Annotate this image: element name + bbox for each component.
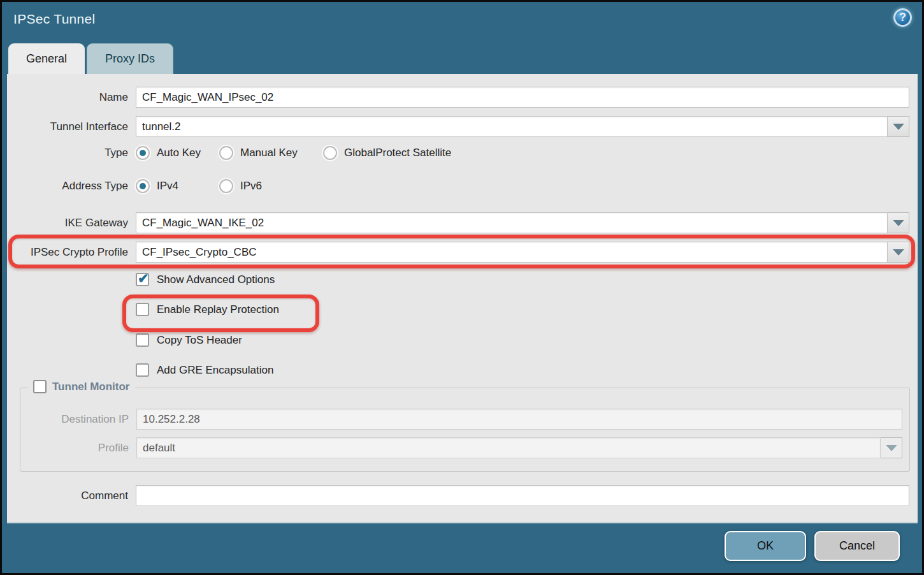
tab-bar: General Proxy IDs [8,43,173,74]
help-icon[interactable]: ? [893,8,912,27]
dialog-titlebar: IPSec Tunnel ? [2,2,922,41]
chevron-down-icon [893,220,904,226]
show-advanced-options-checkbox[interactable]: Show Advanced Options [136,273,275,286]
radio-auto-key-label: Auto Key [157,147,201,159]
destination-ip-input [136,409,902,430]
ike-gateway-label: IKE Gateway [7,217,136,229]
radio-button-icon [219,146,233,160]
radio-auto-key[interactable]: Auto Key [136,146,219,160]
dialog-footer: OK Cancel [2,521,922,573]
radio-ipv4-label: IPv4 [157,180,178,193]
tab-general[interactable]: General [8,43,85,74]
tunnel-monitor-checkbox[interactable] [33,380,47,393]
add-gre-encapsulation-label: Add GRE Encapsulation [157,364,273,377]
chevron-down-icon [893,249,904,256]
enable-replay-protection-row: Enable Replay Protection [7,303,918,316]
show-advanced-options-label: Show Advanced Options [157,273,275,286]
ipsec-tunnel-dialog: IPSec Tunnel ? General Proxy IDs Name Tu… [0,0,924,575]
radio-globalprotect-label: GlobalProtect Satellite [344,147,451,159]
enable-replay-protection-checkbox[interactable]: Enable Replay Protection [136,303,279,316]
comment-row: Comment [7,485,918,506]
tunnel-interface-dropdown-button[interactable] [888,116,909,137]
ike-gateway-row: IKE Gateway [7,212,918,233]
add-gre-encapsulation-row: Add GRE Encapsulation [7,363,918,377]
comment-input[interactable] [136,485,909,506]
radio-manual-key[interactable]: Manual Key [219,146,323,160]
tunnel-monitor-section: Tunnel Monitor Destination IP Profile [20,388,910,472]
tab-proxy-ids[interactable]: Proxy IDs [87,43,173,74]
add-gre-encapsulation-checkbox[interactable]: Add GRE Encapsulation [136,363,273,377]
name-input[interactable] [136,87,909,108]
name-row: Name [7,87,918,108]
comment-label: Comment [7,490,136,502]
radio-globalprotect-satellite[interactable]: GlobalProtect Satellite [323,146,451,160]
radio-button-icon [136,179,150,193]
general-tab-panel: Name Tunnel Interface Type Auto Key [7,74,918,523]
radio-ipv6[interactable]: IPv6 [219,179,262,193]
ok-button[interactable]: OK [725,531,806,561]
tunnel-interface-label: Tunnel Interface [7,120,136,133]
chevron-down-icon [886,445,897,451]
copy-tos-header-checkbox[interactable]: Copy ToS Header [136,333,242,347]
name-label: Name [7,91,136,104]
tunnel-interface-input[interactable] [136,116,888,137]
ipsec-crypto-profile-row: IPSec Crypto Profile [7,242,918,263]
tunnel-monitor-title: Tunnel Monitor [52,381,130,393]
dialog-title: IPSec Tunnel [13,11,96,27]
copy-tos-header-label: Copy ToS Header [157,334,242,347]
destination-ip-row: Destination IP [20,409,909,430]
profile-label: Profile [20,442,136,455]
ike-gateway-dropdown-button[interactable] [888,212,909,233]
cancel-button[interactable]: Cancel [814,531,900,561]
radio-ipv6-label: IPv6 [240,180,262,193]
checkbox-unchecked-icon [136,303,149,316]
profile-dropdown-button [881,437,902,458]
address-type-label: Address Type [7,180,136,193]
radio-button-icon [219,179,233,193]
destination-ip-label: Destination IP [20,413,136,426]
ipsec-crypto-profile-input[interactable] [136,242,888,263]
radio-button-icon [136,146,150,160]
type-row: Type Auto Key Manual Key GlobalProtect S… [7,146,918,160]
tunnel-monitor-legend: Tunnel Monitor [28,380,135,393]
checkbox-unchecked-icon [136,333,149,347]
profile-input [136,437,881,458]
type-label: Type [7,147,136,159]
ipsec-crypto-profile-label: IPSec Crypto Profile [7,246,136,259]
enable-replay-protection-label: Enable Replay Protection [157,303,279,316]
show-advanced-options-row: Show Advanced Options [7,273,918,286]
checkbox-checked-icon [136,273,149,286]
radio-button-icon [323,146,337,160]
tunnel-interface-row: Tunnel Interface [7,116,918,137]
checkbox-unchecked-icon [136,363,149,377]
profile-row: Profile [20,437,909,458]
radio-ipv4[interactable]: IPv4 [136,179,219,193]
ipsec-crypto-profile-dropdown-button[interactable] [888,242,909,263]
chevron-down-icon [893,124,904,130]
address-type-row: Address Type IPv4 IPv6 [7,179,918,193]
ike-gateway-input[interactable] [136,212,888,233]
radio-manual-key-label: Manual Key [240,147,298,159]
copy-tos-header-row: Copy ToS Header [7,333,918,347]
